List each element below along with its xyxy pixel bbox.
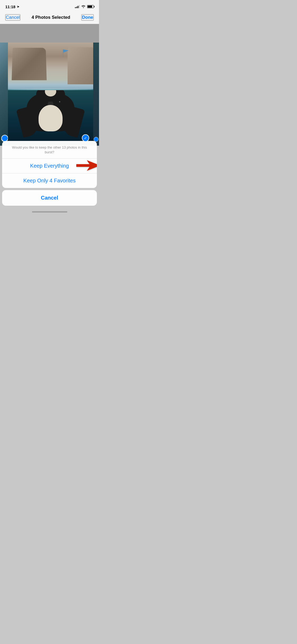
- penguin-head: [36, 90, 65, 103]
- penguin-face: [45, 90, 56, 97]
- action-sheet-wrapper: Would you like to keep the other 13 phot…: [0, 139, 99, 215]
- photo-left[interactable]: ✓: [0, 43, 8, 146]
- rock1: [12, 48, 47, 80]
- action-sheet: Would you like to keep the other 13 phot…: [2, 141, 97, 188]
- status-icons: [75, 4, 94, 9]
- scene-top: [8, 43, 93, 89]
- action-sheet-message: Would you like to keep the other 13 phot…: [2, 141, 97, 159]
- cancel-sheet: Cancel: [2, 190, 97, 206]
- photo-area: ✓: [0, 24, 99, 146]
- battery-icon: [87, 5, 94, 8]
- nav-bar: Cancel 4 Photos Selected Done: [0, 12, 99, 24]
- photo-main[interactable]: ✓: [8, 43, 93, 146]
- status-time: 11:18 ➤: [5, 4, 19, 9]
- wifi-icon: [81, 4, 86, 9]
- signal-icon: [75, 5, 80, 8]
- home-indicator: [32, 211, 67, 213]
- penguin-body: [27, 93, 74, 141]
- done-button[interactable]: Done: [81, 14, 94, 21]
- keep-everything-row: Keep Everything: [2, 159, 97, 173]
- red-arrow-icon: [76, 159, 97, 172]
- photo-right[interactable]: [93, 43, 99, 146]
- page-title: 4 Photos Selected: [31, 15, 70, 20]
- status-bar: 11:18 ➤: [0, 0, 99, 12]
- keep-favorites-button[interactable]: Keep Only 4 Favorites: [2, 173, 97, 188]
- location-icon: ➤: [17, 5, 19, 8]
- penguin-belly: [39, 105, 62, 131]
- cancel-action-button[interactable]: Cancel: [2, 190, 97, 206]
- cancel-nav-button[interactable]: Cancel: [5, 14, 20, 21]
- scene-bottom: [8, 90, 93, 146]
- flag: [63, 49, 63, 57]
- svg-marker-0: [76, 160, 97, 171]
- arrow-container: [76, 159, 97, 173]
- rock2: [68, 47, 93, 84]
- penguin: [21, 93, 80, 141]
- check-badge: ✓: [82, 134, 89, 142]
- photo-strip: ✓: [0, 43, 99, 146]
- time-label: 11:18: [5, 4, 15, 9]
